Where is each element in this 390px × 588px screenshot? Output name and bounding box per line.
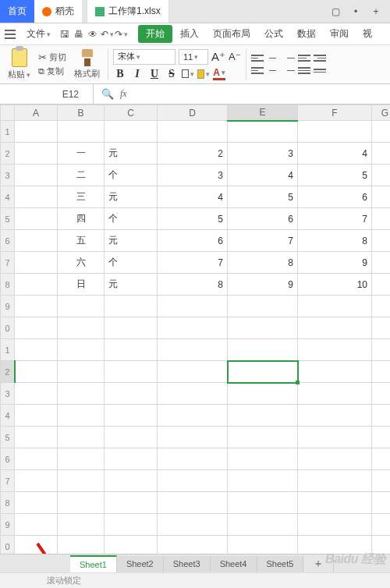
cell[interactable] bbox=[158, 492, 228, 514]
cell[interactable] bbox=[105, 339, 158, 361]
cell[interactable] bbox=[158, 296, 228, 317]
cell[interactable] bbox=[372, 165, 391, 186]
fx-icon[interactable]: fx bbox=[120, 88, 127, 100]
cell[interactable] bbox=[372, 405, 391, 427]
cell[interactable] bbox=[105, 317, 158, 339]
redo-icon[interactable]: ↷ bbox=[115, 28, 127, 41]
cell[interactable] bbox=[15, 427, 58, 448]
cell[interactable] bbox=[298, 427, 372, 448]
cell[interactable] bbox=[105, 492, 158, 514]
align-bottom-icon[interactable] bbox=[282, 53, 295, 64]
cell[interactable] bbox=[228, 405, 298, 427]
cell[interactable] bbox=[372, 208, 391, 230]
cell[interactable] bbox=[105, 296, 158, 317]
cell[interactable] bbox=[298, 492, 372, 514]
row-header[interactable]: 6 bbox=[1, 448, 15, 470]
cell[interactable] bbox=[372, 274, 391, 296]
cell[interactable]: 5 bbox=[298, 165, 372, 186]
cell[interactable]: 4 bbox=[228, 165, 298, 186]
cell[interactable] bbox=[105, 514, 158, 536]
cell[interactable] bbox=[372, 427, 391, 448]
cell[interactable] bbox=[15, 405, 58, 427]
cell[interactable]: 4 bbox=[298, 143, 372, 165]
cell[interactable]: 四 bbox=[58, 208, 105, 230]
row-header[interactable]: 8 bbox=[1, 274, 15, 296]
cell[interactable]: 8 bbox=[158, 274, 228, 296]
cell[interactable] bbox=[15, 339, 58, 361]
cell[interactable] bbox=[372, 252, 391, 274]
cell[interactable] bbox=[158, 405, 228, 427]
cell[interactable] bbox=[228, 339, 298, 361]
cell[interactable]: 元 bbox=[105, 274, 158, 296]
cell[interactable] bbox=[158, 514, 228, 536]
row-header[interactable]: 5 bbox=[1, 208, 15, 230]
underline-button[interactable]: U bbox=[147, 68, 161, 80]
menu-formula[interactable]: 公式 bbox=[258, 24, 289, 44]
cell[interactable] bbox=[372, 143, 391, 165]
sheet-tab-sheet4[interactable]: Sheet4 bbox=[211, 556, 257, 572]
cut-button[interactable]: ✂剪切 bbox=[38, 51, 66, 63]
name-box[interactable]: E12 bbox=[0, 84, 94, 104]
cell[interactable]: 6 bbox=[298, 186, 372, 208]
cell[interactable] bbox=[228, 296, 298, 317]
cell[interactable] bbox=[58, 405, 105, 427]
menu-review[interactable]: 审阅 bbox=[324, 24, 355, 44]
cell[interactable]: 元 bbox=[105, 230, 158, 252]
bold-button[interactable]: B bbox=[113, 68, 127, 80]
cell[interactable] bbox=[158, 427, 228, 448]
cell[interactable] bbox=[298, 296, 372, 317]
cell[interactable] bbox=[15, 165, 58, 186]
cell[interactable] bbox=[15, 296, 58, 317]
row-header[interactable]: 1 bbox=[1, 339, 15, 361]
cell[interactable] bbox=[228, 427, 298, 448]
column-header-D[interactable]: D bbox=[158, 105, 228, 121]
undo-icon[interactable]: ↶ bbox=[101, 28, 113, 41]
cell[interactable] bbox=[228, 121, 298, 143]
cell[interactable]: 日 bbox=[58, 274, 105, 296]
cell[interactable] bbox=[372, 317, 391, 339]
cell[interactable] bbox=[158, 383, 228, 405]
cell[interactable] bbox=[372, 296, 391, 317]
cell[interactable]: 六 bbox=[58, 252, 105, 274]
indent-increase-icon[interactable] bbox=[314, 53, 326, 64]
row-header[interactable]: 6 bbox=[1, 230, 15, 252]
cell[interactable] bbox=[372, 230, 391, 252]
row-header[interactable]: 4 bbox=[1, 186, 15, 208]
sheet-tab-sheet3[interactable]: Sheet3 bbox=[164, 556, 211, 572]
cell[interactable] bbox=[372, 383, 391, 405]
new-tab-button[interactable]: + bbox=[370, 5, 382, 18]
cell[interactable] bbox=[58, 448, 105, 470]
align-right-icon[interactable] bbox=[282, 66, 295, 76]
cell[interactable] bbox=[228, 383, 298, 405]
cell[interactable] bbox=[15, 230, 58, 252]
cell[interactable] bbox=[298, 514, 372, 536]
cell[interactable] bbox=[58, 514, 105, 536]
print-icon[interactable]: 🖶 bbox=[73, 28, 85, 41]
row-header[interactable]: 4 bbox=[1, 405, 15, 427]
cell[interactable]: 元 bbox=[105, 186, 158, 208]
border-button[interactable] bbox=[182, 68, 194, 80]
row-header[interactable]: 8 bbox=[1, 492, 15, 514]
menu-view[interactable]: 视 bbox=[356, 24, 378, 44]
decrease-font-icon[interactable]: A⁻ bbox=[229, 51, 241, 62]
cell[interactable]: 2 bbox=[158, 143, 228, 165]
cell[interactable] bbox=[298, 121, 372, 143]
cell[interactable]: 3 bbox=[158, 165, 228, 186]
cell[interactable]: 4 bbox=[158, 186, 228, 208]
cell[interactable]: 7 bbox=[228, 230, 298, 252]
device-icon[interactable]: ▢ bbox=[329, 5, 342, 18]
increase-font-icon[interactable]: A⁺ bbox=[211, 50, 225, 64]
cell[interactable]: 9 bbox=[228, 274, 298, 296]
merge-icon[interactable] bbox=[314, 66, 326, 76]
row-header[interactable]: 3 bbox=[1, 165, 15, 186]
cell[interactable] bbox=[298, 339, 372, 361]
cell[interactable] bbox=[298, 448, 372, 470]
row-header[interactable]: 5 bbox=[1, 427, 15, 448]
row-header[interactable]: 2 bbox=[1, 361, 15, 383]
cell[interactable]: 8 bbox=[298, 230, 372, 252]
cell[interactable] bbox=[15, 514, 58, 536]
cell[interactable]: 8 bbox=[228, 252, 298, 274]
cell[interactable]: 5 bbox=[158, 208, 228, 230]
cell[interactable] bbox=[15, 383, 58, 405]
cell[interactable] bbox=[15, 448, 58, 470]
